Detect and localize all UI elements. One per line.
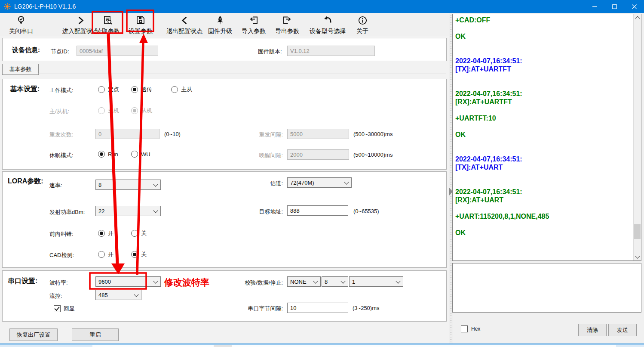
radio-checked-icon[interactable]	[98, 230, 105, 237]
maximize-button[interactable]	[604, 0, 624, 13]
log-line	[455, 40, 632, 49]
scroll-up-arrow-icon[interactable]	[635, 16, 640, 21]
factory-reset-button[interactable]: 恢复出厂设置	[9, 328, 58, 341]
radio-icon[interactable]	[98, 251, 105, 258]
send-button[interactable]: 发送	[608, 324, 637, 336]
pin-check-icon	[16, 14, 26, 25]
toolbar-exit-config-state-button[interactable]: 退出配置状态	[157, 14, 212, 35]
log-line	[455, 220, 632, 229]
serial-log-area[interactable]: +CAD:OFF OK 2022-04-07,16:34:51: [TX]:AT…	[452, 14, 641, 261]
flow-control-select[interactable]: 485	[95, 290, 141, 300]
toolbar: 关闭串口 进入配置状态 读取参数 设置参数 退出配置状态	[0, 13, 449, 36]
toolbar-firmware-upgrade-button[interactable]: 固件升级	[206, 14, 234, 35]
toolbar-export-params-button[interactable]: 导出参数	[273, 14, 301, 35]
tx-power-label: 发射功率dBm:	[49, 208, 85, 216]
tx-power-select[interactable]: 22	[95, 206, 161, 216]
log-line	[455, 81, 632, 90]
parity-data-stop-label: 校验/数据/停止:	[214, 279, 283, 287]
log-line: OK	[455, 130, 632, 139]
checkbox-unchecked-icon[interactable]	[461, 325, 468, 332]
app-window: LG206-L-P-H10 V1.1.6 关闭串口 进入	[0, 0, 644, 347]
sleep-mode-radio-wu[interactable]: WU	[131, 151, 150, 158]
toolbar-read-params-button[interactable]: 读取参数	[94, 14, 122, 35]
stop-bits-select[interactable]: 1	[349, 276, 403, 287]
baud-rate-label: 波特率:	[49, 279, 68, 287]
import-icon	[248, 14, 259, 25]
hex-checkbox[interactable]: Hex	[461, 325, 480, 332]
scroll-down-arrow-icon[interactable]	[635, 254, 640, 258]
radio-checked-icon[interactable]	[98, 151, 105, 158]
chevron-right-icon	[76, 14, 86, 25]
lora-params-title: LORA参数:	[8, 177, 43, 186]
serial-settings-title: 串口设置:	[8, 277, 37, 286]
log-line: +UARTFT:10	[455, 114, 632, 122]
master-radio: 主机	[98, 107, 119, 115]
toolbar-grip[interactable]	[2, 15, 3, 33]
toolbar-set-params-button[interactable]: 设置参数	[128, 14, 153, 35]
log-line: 2022-04-07,16:34:51:	[455, 90, 632, 98]
log-line: OK	[455, 229, 632, 237]
parity-select[interactable]: NONE	[287, 276, 321, 287]
radio-checked-icon[interactable]	[131, 251, 138, 258]
scrollbar-thumb[interactable]	[634, 224, 641, 239]
work-mode-radio-transparent[interactable]: 透传	[131, 86, 152, 93]
wake-interval-label: 唤醒间隔:	[214, 152, 283, 159]
resend-count-hint: (0~10)	[164, 131, 181, 137]
send-input-box	[452, 263, 641, 313]
radio-disabled-icon	[98, 107, 105, 114]
restart-button[interactable]: 重启	[72, 328, 119, 341]
wake-interval-field: 2000	[287, 149, 349, 160]
clear-button[interactable]: 清除	[578, 324, 607, 336]
tab-basic-params[interactable]: 基本参数	[2, 64, 39, 75]
log-line: [RX]:AT+UARTFT	[455, 98, 632, 106]
firmware-version-label: 固件版本:	[258, 48, 282, 56]
log-line: [TX]:AT+UART	[455, 163, 632, 171]
checkbox-checked-icon[interactable]	[54, 305, 61, 312]
byte-interval-label: 串口字节间隔:	[214, 305, 283, 313]
minimize-button[interactable]	[585, 0, 604, 13]
channel-select[interactable]: 72(470M)	[287, 177, 352, 188]
rate-select[interactable]: 8	[95, 180, 161, 190]
work-mode-radio-fixed[interactable]: 定点	[98, 86, 119, 93]
radio-checked-icon[interactable]	[131, 86, 138, 93]
echo-checkbox[interactable]: 回显	[54, 305, 75, 313]
device-info-title: 设备信息:	[12, 46, 40, 54]
close-button[interactable]	[624, 0, 644, 13]
target-addr-field[interactable]: 888	[287, 205, 348, 216]
send-input[interactable]	[453, 263, 641, 312]
radio-icon[interactable]	[131, 151, 138, 158]
floppy-save-icon	[135, 14, 146, 25]
work-mode-radio-master-slave[interactable]: 主从	[171, 86, 192, 93]
doc-search-icon	[103, 14, 113, 25]
target-addr-hint: (0~65535)	[353, 208, 379, 214]
log-line: +CAD:OFF	[455, 16, 632, 24]
radio-icon[interactable]	[131, 230, 138, 237]
slave-radio: 从机	[131, 107, 152, 115]
toolbar-import-params-button[interactable]: 导入参数	[240, 14, 267, 35]
toolbar-device-model-select-button[interactable]: 设备型号选择	[306, 14, 350, 35]
app-logo-icon	[4, 3, 11, 10]
sleep-mode-radio-run[interactable]: Run	[98, 151, 118, 158]
background-window-strip	[0, 344, 644, 347]
fec-label: 前向纠错:	[49, 230, 74, 238]
toolbar-close-serial-port-button[interactable]: 关闭串口	[7, 14, 35, 35]
data-bits-select[interactable]: 8	[322, 276, 348, 287]
log-line: +UART:115200,8,1,NONE,485	[455, 212, 632, 220]
toolbar-about-button[interactable]: 关于	[354, 14, 371, 35]
log-line	[455, 122, 632, 130]
master-slave-label: 主/从机:	[49, 108, 69, 115]
radio-icon[interactable]	[98, 86, 105, 93]
cad-label: CAD检测:	[49, 251, 74, 259]
cad-radio-on[interactable]: 开	[98, 251, 113, 258]
byte-interval-field[interactable]: 10	[287, 303, 348, 313]
log-scrollbar[interactable]	[633, 14, 641, 260]
fec-radio-on[interactable]: 开	[98, 229, 113, 237]
tab-strip-line	[38, 74, 446, 74]
fec-radio-off[interactable]: 关	[131, 229, 147, 237]
chevron-down-icon	[153, 279, 158, 283]
chevron-down-icon	[340, 279, 345, 283]
cad-radio-off[interactable]: 关	[131, 251, 147, 258]
radio-icon[interactable]	[171, 86, 178, 93]
log-line: 2022-04-07,16:34:51:	[455, 155, 632, 163]
baud-rate-select[interactable]: 9600	[95, 276, 161, 287]
